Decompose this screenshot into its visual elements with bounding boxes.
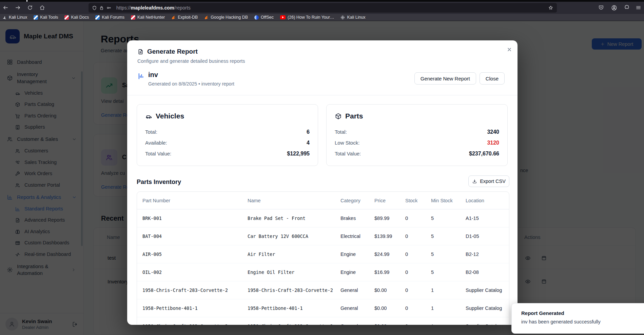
export-csv-label: Export CSV bbox=[480, 179, 506, 184]
table-cell: $24.99 bbox=[374, 252, 389, 257]
kali-forums-favicon bbox=[95, 15, 100, 20]
table-cell: A1-15 bbox=[466, 216, 479, 221]
lock-icon[interactable] bbox=[99, 5, 104, 11]
bookmark-label: Kali Linux bbox=[9, 15, 27, 20]
table-cell: 1958-Chris-Craft-283-Corvette-2 bbox=[142, 287, 228, 293]
bookmark-label: Kali NetHunter bbox=[137, 15, 165, 20]
pocket-icon[interactable] bbox=[598, 5, 604, 11]
stat-label: Total: bbox=[335, 129, 347, 135]
table-cell: Engine bbox=[340, 252, 356, 257]
bookmark-kali-linux-2[interactable]: Kali Linux bbox=[340, 15, 365, 20]
bookmark-label: (26) How To Ruin Your… bbox=[288, 15, 334, 20]
card-title: Vehicles bbox=[156, 112, 184, 120]
bookmark-star-icon[interactable] bbox=[548, 5, 553, 11]
stat-value: 4 bbox=[307, 140, 310, 146]
parts-summary-card: Parts Total:3240 Low Stock:3120 Total Va… bbox=[326, 104, 508, 166]
table-cell: 1958-Chris-Craft-283-Corvette-3 bbox=[248, 323, 333, 325]
divider bbox=[127, 95, 518, 95]
package-icon bbox=[335, 113, 342, 120]
close-icon[interactable] bbox=[507, 47, 512, 52]
table-cell: 1 bbox=[431, 287, 434, 293]
table-cell: OIL-002 bbox=[142, 269, 162, 275]
forward-icon[interactable] bbox=[15, 5, 21, 11]
card-title: Parts bbox=[345, 112, 363, 120]
table-cell: $0.00 bbox=[374, 287, 387, 293]
table-cell: $0.00 bbox=[374, 305, 387, 311]
bookmark-label: OffSec bbox=[261, 15, 274, 20]
stat-value: $122,995 bbox=[287, 151, 310, 157]
table-cell: 1958-Pettibone-401-1 bbox=[142, 305, 198, 311]
report-name: inv bbox=[148, 71, 158, 79]
bookmark-kali-linux[interactable]: Kali Linux bbox=[2, 15, 27, 20]
table-cell: 5 bbox=[431, 234, 434, 239]
modal-header: Generate Report bbox=[137, 48, 198, 55]
stat-value: 6 bbox=[307, 129, 310, 135]
stat-label: Total Value: bbox=[335, 151, 361, 156]
report-meta: Generated on 8/8/2025 • inventory report bbox=[148, 81, 234, 87]
table-cell: Electrical bbox=[340, 234, 360, 239]
bookmark-kali-nethunter[interactable]: Kali NetHunter bbox=[131, 15, 165, 20]
stat-row: Total:3240 bbox=[335, 129, 499, 136]
bookmark-offsec[interactable]: OffSec bbox=[254, 15, 274, 20]
url-scheme: https:// bbox=[116, 5, 131, 11]
table-row: 1958-Pettibone-401-11958-Pettibone-401-1… bbox=[137, 299, 509, 317]
globe-favicon bbox=[340, 15, 345, 20]
kali-dragon-favicon bbox=[2, 15, 7, 20]
table-cell: Supplier Catalog bbox=[466, 287, 502, 293]
stat-label: Total: bbox=[145, 129, 157, 135]
parts-card-header: Parts bbox=[335, 112, 363, 120]
toast-notification[interactable]: Report Generated inv has been generated … bbox=[511, 303, 644, 334]
bookmark-google-hacking-db[interactable]: Google Hacking DB bbox=[204, 15, 248, 20]
table-cell: 1958-Chris-Craft-283-Corvette-2 bbox=[248, 287, 333, 293]
column-header: Category bbox=[340, 198, 360, 203]
column-header: Part Number bbox=[142, 198, 170, 203]
bookmark-youtube-video[interactable]: (26) How To Ruin Your… bbox=[280, 15, 334, 20]
export-csv-button[interactable]: Export CSV bbox=[468, 175, 509, 187]
parts-inventory-table: Part Number Name Category Price Stock Mi… bbox=[137, 191, 509, 325]
bookmark-exploit-db[interactable]: Exploit-DB bbox=[171, 15, 198, 20]
bookmark-label: Kali Tools bbox=[40, 15, 58, 20]
generate-report-modal: Generate Report Configure and generate d… bbox=[127, 40, 518, 325]
home-icon[interactable] bbox=[39, 5, 45, 11]
address-bar[interactable]: https://mapleleafdms.com/reports bbox=[89, 3, 557, 13]
table-cell: Engine Oil Filter bbox=[248, 269, 294, 275]
account-icon[interactable] bbox=[611, 5, 617, 11]
table-cell: $139.99 bbox=[374, 234, 392, 239]
url-text[interactable]: https://mapleleafdms.com/reports bbox=[116, 5, 191, 11]
generate-new-report-button[interactable]: Generate New Report bbox=[414, 72, 476, 85]
kali-docs-favicon bbox=[64, 15, 69, 20]
tracking-protection-icon[interactable] bbox=[92, 5, 97, 11]
vehicles-summary-card: Vehicles Total:6 Available:4 Total Value… bbox=[137, 104, 318, 166]
table-cell: Air Filter bbox=[248, 252, 275, 257]
browser-toolbar: https://mapleleafdms.com/reports bbox=[0, 2, 644, 14]
site-permissions-icon[interactable] bbox=[106, 5, 112, 11]
column-header: Price bbox=[374, 198, 386, 203]
download-icon bbox=[472, 179, 477, 184]
table-cell: Supplier Catalog bbox=[466, 323, 502, 325]
table-cell: $16.99 bbox=[374, 269, 389, 275]
stat-value: $237,670.66 bbox=[469, 151, 499, 157]
menu-icon[interactable] bbox=[636, 5, 641, 11]
table-cell: D1-05 bbox=[466, 234, 479, 239]
reload-icon[interactable] bbox=[27, 5, 33, 11]
car-icon bbox=[145, 113, 152, 120]
vehicles-card-header: Vehicles bbox=[145, 112, 184, 120]
bookmark-kali-tools[interactable]: Kali Tools bbox=[34, 15, 58, 20]
table-cell: 0 bbox=[405, 216, 408, 221]
table-cell: $89.99 bbox=[374, 216, 389, 221]
table-cell: BAT-004 bbox=[142, 234, 162, 239]
extensions-icon[interactable] bbox=[624, 5, 630, 11]
bookmark-kali-docs[interactable]: Kali Docs bbox=[64, 15, 89, 20]
stat-row: Total Value:$122,995 bbox=[145, 151, 310, 158]
kali-tools-favicon bbox=[34, 15, 38, 20]
close-button[interactable]: Close bbox=[480, 72, 505, 85]
table-cell: 0 bbox=[405, 252, 408, 257]
table-cell: 0 bbox=[405, 323, 408, 325]
modal-actions: Generate New Report Close bbox=[414, 72, 505, 85]
back-icon[interactable] bbox=[3, 5, 8, 11]
kali-nethunter-favicon bbox=[131, 15, 135, 20]
table-row: 1958-Chris-Craft-283-Corvette-21958-Chri… bbox=[137, 281, 509, 299]
table-cell: BRK-001 bbox=[142, 216, 162, 221]
bookmark-kali-forums[interactable]: Kali Forums bbox=[95, 15, 124, 20]
google-hacking-db-favicon bbox=[204, 15, 209, 20]
